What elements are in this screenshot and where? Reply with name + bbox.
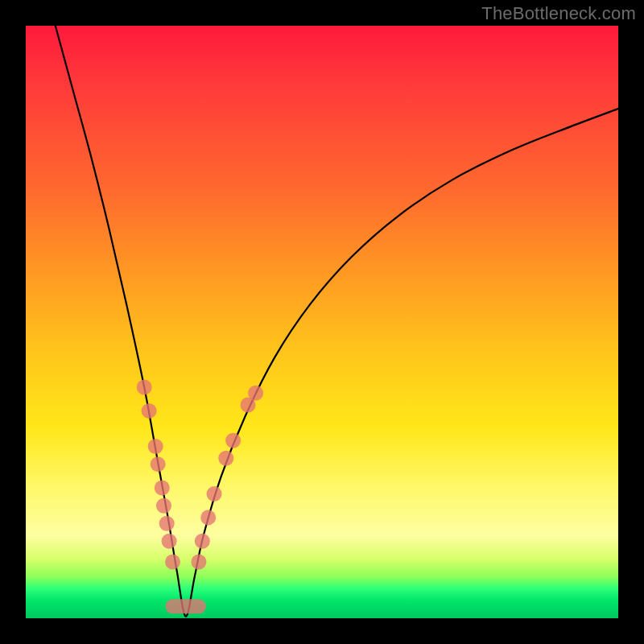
marker-dots	[137, 379, 263, 569]
marker-dot	[159, 516, 175, 531]
marker-dot	[225, 433, 241, 448]
marker-dot	[191, 555, 206, 570]
marker-dot	[207, 486, 222, 502]
marker-dot	[156, 498, 171, 514]
marker-dot	[165, 555, 180, 570]
plot-area	[26, 26, 618, 618]
marker-dot	[162, 534, 177, 549]
marker-dot	[218, 451, 233, 466]
marker-dot	[155, 481, 170, 496]
watermark-text: TheBottleneck.com	[481, 3, 636, 24]
chart-frame: TheBottleneck.com	[0, 0, 644, 644]
marker-dot	[142, 403, 157, 419]
marker-dot	[137, 379, 152, 394]
marker-dot	[148, 439, 163, 454]
curve-svg	[26, 26, 618, 618]
marker-dot	[200, 510, 216, 525]
marker-dot	[195, 534, 210, 549]
marker-dot	[151, 456, 166, 472]
bottleneck-curve	[56, 26, 618, 617]
marker-dot	[248, 386, 263, 401]
